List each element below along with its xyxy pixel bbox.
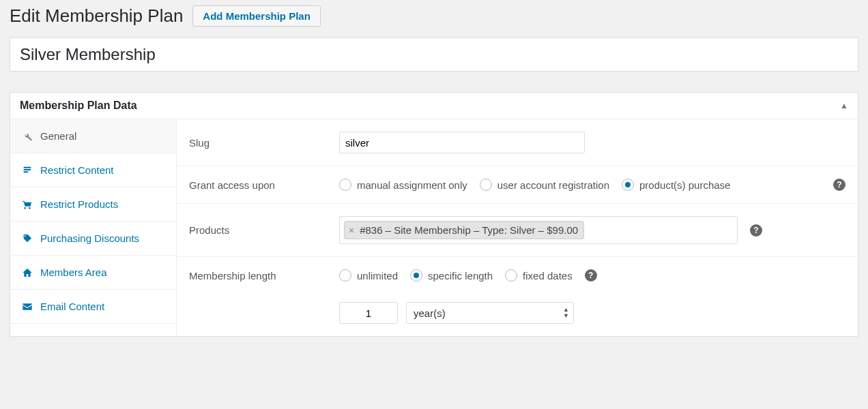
grant-option-purchase[interactable]: product(s) purchase xyxy=(622,179,730,191)
radio-icon xyxy=(622,179,634,191)
panel-title: Membership Plan Data xyxy=(20,100,137,112)
tab-label: General xyxy=(40,130,76,142)
stepper-icon: ▲▼ xyxy=(563,304,569,322)
help-icon[interactable]: ? xyxy=(750,224,762,237)
help-icon[interactable]: ? xyxy=(833,179,845,191)
radio-icon xyxy=(480,179,492,191)
grant-label: Grant access upon xyxy=(189,179,326,191)
side-tabs: General Restrict Content Restrict Produc… xyxy=(10,119,177,336)
select-value: year(s) xyxy=(414,307,446,319)
tab-restrict-products[interactable]: Restrict Products xyxy=(10,187,176,222)
membership-plan-data-panel: Membership Plan Data ▲ General Restrict … xyxy=(10,92,858,337)
radio-icon xyxy=(339,269,351,282)
radio-label: user account registration xyxy=(497,179,609,191)
length-unit-select[interactable]: year(s) ▲▼ xyxy=(406,302,574,324)
slug-label: Slug xyxy=(189,137,326,149)
grant-option-manual[interactable]: manual assignment only xyxy=(339,179,467,191)
length-option-specific[interactable]: specific length xyxy=(410,269,493,282)
general-form: Slug Grant access upon manual assignment… xyxy=(177,119,858,336)
radio-label: specific length xyxy=(428,270,493,282)
tab-label: Purchasing Discounts xyxy=(40,232,139,244)
tab-general[interactable]: General xyxy=(10,119,176,153)
wrench-icon xyxy=(21,131,33,142)
radio-icon xyxy=(410,269,422,282)
cart-icon xyxy=(21,199,33,210)
length-value-input[interactable] xyxy=(339,302,398,324)
help-icon[interactable]: ? xyxy=(585,269,597,282)
grant-option-registration[interactable]: user account registration xyxy=(480,179,609,191)
tab-label: Restrict Products xyxy=(40,198,118,210)
document-icon xyxy=(21,165,33,176)
radio-label: unlimited xyxy=(357,270,398,282)
radio-label: manual assignment only xyxy=(357,179,467,191)
mail-icon xyxy=(21,301,33,312)
length-option-unlimited[interactable]: unlimited xyxy=(339,269,398,282)
tab-label: Restrict Content xyxy=(40,164,114,176)
home-icon xyxy=(21,267,33,278)
post-title-input[interactable] xyxy=(20,45,848,64)
product-chip: × #836 – Site Membership – Type: Silver … xyxy=(344,221,584,239)
product-chip-label: #836 – Site Membership – Type: Silver – … xyxy=(360,224,578,236)
tab-purchasing-discounts[interactable]: Purchasing Discounts xyxy=(10,222,176,256)
length-label: Membership length xyxy=(189,270,326,282)
radio-icon xyxy=(505,269,517,282)
panel-collapse-toggle[interactable]: ▲ xyxy=(840,101,848,110)
tab-restrict-content[interactable]: Restrict Content xyxy=(10,153,176,187)
radio-icon xyxy=(339,179,351,191)
length-option-fixed[interactable]: fixed dates xyxy=(505,269,573,282)
products-select[interactable]: × #836 – Site Membership – Type: Silver … xyxy=(339,216,738,244)
tab-email-content[interactable]: Email Content xyxy=(10,290,176,324)
products-label: Products xyxy=(189,224,326,236)
radio-label: product(s) purchase xyxy=(639,179,730,191)
tab-label: Email Content xyxy=(40,301,104,312)
slug-input[interactable] xyxy=(339,132,585,153)
post-title-box xyxy=(10,37,858,72)
tab-members-area[interactable]: Members Area xyxy=(10,256,176,290)
tab-label: Members Area xyxy=(40,267,107,278)
page-title: Edit Membership Plan xyxy=(10,5,183,27)
tag-icon xyxy=(21,233,33,244)
add-membership-plan-button[interactable]: Add Membership Plan xyxy=(192,5,321,27)
radio-label: fixed dates xyxy=(523,270,573,282)
remove-icon[interactable]: × xyxy=(347,225,356,236)
